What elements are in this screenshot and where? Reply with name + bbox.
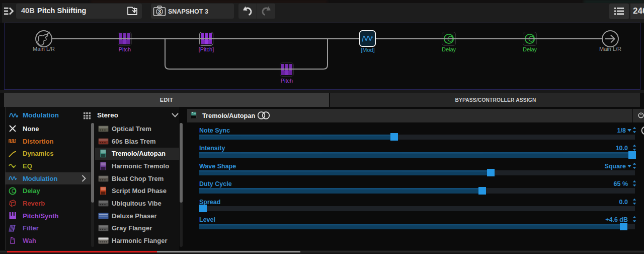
svg-text:3: 3 [158, 9, 161, 15]
